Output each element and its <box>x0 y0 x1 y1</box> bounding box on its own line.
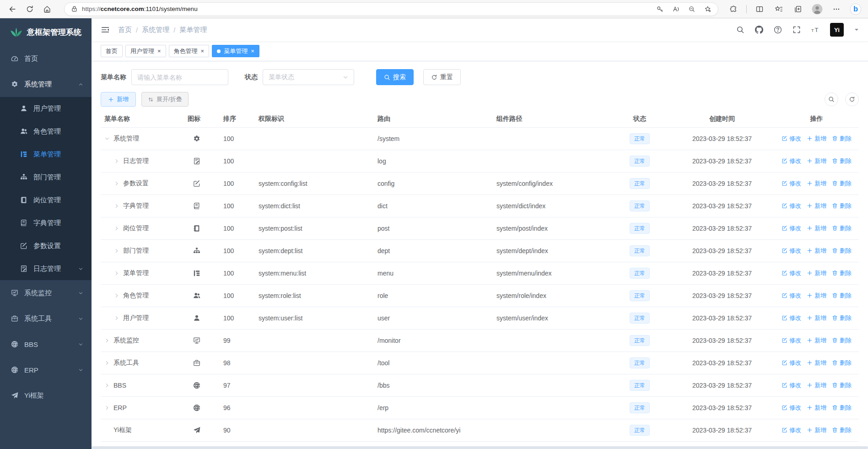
delete-row-button[interactable]: 删除 <box>832 135 852 143</box>
delete-row-button[interactable]: 删除 <box>832 179 852 188</box>
sidebar-item-log[interactable]: 日志管理 <box>0 257 92 280</box>
font-size-icon[interactable]: TT <box>811 26 819 34</box>
show-search-button[interactable] <box>825 92 838 106</box>
settings-menu-icon[interactable] <box>828 2 845 16</box>
breadcrumb-item[interactable]: 菜单管理 <box>179 26 207 34</box>
add-row-button[interactable]: 新增 <box>807 336 826 345</box>
edit-row-button[interactable]: 修改 <box>782 269 801 277</box>
back-icon[interactable] <box>4 2 21 16</box>
add-favorite-star-icon[interactable] <box>704 5 712 13</box>
edit-row-button[interactable]: 修改 <box>782 381 801 389</box>
refresh-table-button[interactable] <box>845 92 859 106</box>
expand-row-icon[interactable] <box>114 248 120 254</box>
expand-row-icon[interactable] <box>104 338 110 343</box>
tab-角色管理[interactable]: 角色管理× <box>169 45 210 57</box>
expand-row-icon[interactable] <box>114 181 120 186</box>
sidebar-item-monitor[interactable]: 系统监控 <box>0 280 92 306</box>
add-row-button[interactable]: 新增 <box>807 202 826 210</box>
expand-row-icon[interactable] <box>114 203 120 209</box>
split-screen-icon[interactable] <box>751 2 768 16</box>
horizontal-scrollbar[interactable] <box>92 446 868 449</box>
sidebar-item-dept[interactable]: 部门管理 <box>0 166 92 189</box>
delete-row-button[interactable]: 删除 <box>832 269 852 277</box>
edit-row-button[interactable]: 修改 <box>782 135 801 143</box>
github-icon[interactable] <box>755 26 763 34</box>
add-row-button[interactable]: 新增 <box>807 247 826 255</box>
tab-菜单管理[interactable]: 菜单管理× <box>212 45 259 57</box>
header-search-icon[interactable] <box>736 26 744 34</box>
breadcrumb-item[interactable]: 首页 <box>118 26 132 34</box>
sidebar-item-erp[interactable]: ERP <box>0 357 92 383</box>
sidebar-item-home[interactable]: 首页 <box>0 46 92 71</box>
bing-icon[interactable]: b <box>847 2 864 16</box>
edit-row-button[interactable]: 修改 <box>782 292 801 300</box>
collapse-row-icon[interactable] <box>104 136 110 141</box>
edit-row-button[interactable]: 修改 <box>782 314 801 322</box>
delete-row-button[interactable]: 删除 <box>832 359 852 367</box>
add-row-button[interactable]: 新增 <box>807 135 826 143</box>
home-icon[interactable] <box>38 2 56 16</box>
reload-icon[interactable] <box>21 2 38 16</box>
delete-row-button[interactable]: 删除 <box>832 336 852 345</box>
avatar-caret-icon[interactable] <box>854 27 859 32</box>
add-button[interactable]: 新增 <box>101 92 136 107</box>
delete-row-button[interactable]: 删除 <box>832 426 852 434</box>
close-tab-icon[interactable]: × <box>157 48 161 54</box>
expand-row-icon[interactable] <box>104 405 110 411</box>
edit-row-button[interactable]: 修改 <box>782 202 801 210</box>
close-tab-icon[interactable]: × <box>251 48 254 54</box>
add-row-button[interactable]: 新增 <box>807 224 826 233</box>
delete-row-button[interactable]: 删除 <box>832 292 852 300</box>
add-row-button[interactable]: 新增 <box>807 292 826 300</box>
extensions-icon[interactable] <box>725 2 742 16</box>
add-row-button[interactable]: 新增 <box>807 404 826 412</box>
search-button[interactable]: 搜索 <box>376 69 414 85</box>
edit-row-button[interactable]: 修改 <box>782 404 801 412</box>
expand-row-icon[interactable] <box>114 226 120 231</box>
add-row-button[interactable]: 新增 <box>807 426 826 434</box>
expand-row-icon[interactable] <box>114 158 120 164</box>
collapse-sidebar-icon[interactable] <box>101 25 110 34</box>
edit-row-button[interactable]: 修改 <box>782 359 801 367</box>
collections-icon[interactable] <box>789 2 807 16</box>
add-row-button[interactable]: 新增 <box>807 381 826 389</box>
tab-首页[interactable]: 首页 <box>101 45 123 57</box>
sidebar-item-dict[interactable]: 字典管理 <box>0 211 92 234</box>
zoom-out-icon[interactable] <box>688 5 695 13</box>
sidebar-item-user[interactable]: 用户管理 <box>0 97 92 120</box>
expand-row-icon[interactable] <box>104 360 110 366</box>
sidebar-item-bbs[interactable]: BBS <box>0 331 92 357</box>
address-bar[interactable]: https://ccnetcore.com:1101/system/menu <box>64 2 718 16</box>
expand-collapse-button[interactable]: 展开/折叠 <box>141 92 189 107</box>
expand-row-icon[interactable] <box>104 383 110 388</box>
breadcrumb-item[interactable]: 系统管理 <box>142 26 169 34</box>
delete-row-button[interactable]: 删除 <box>832 224 852 233</box>
sidebar-item-menu[interactable]: 菜单管理 <box>0 143 92 166</box>
delete-row-button[interactable]: 删除 <box>832 247 852 255</box>
edit-row-button[interactable]: 修改 <box>782 336 801 345</box>
delete-row-button[interactable]: 删除 <box>832 157 852 165</box>
add-row-button[interactable]: 新增 <box>807 269 826 277</box>
delete-row-button[interactable]: 删除 <box>832 202 852 210</box>
edit-row-button[interactable]: 修改 <box>782 247 801 255</box>
profile-avatar[interactable] <box>809 2 826 16</box>
edit-row-button[interactable]: 修改 <box>782 224 801 233</box>
status-select[interactable]: 菜单状态 <box>263 69 354 85</box>
add-row-button[interactable]: 新增 <box>807 157 826 165</box>
reset-button[interactable]: 重置 <box>423 69 461 85</box>
help-icon[interactable] <box>774 26 782 34</box>
tab-用户管理[interactable]: 用户管理× <box>125 45 166 57</box>
sidebar-item-config[interactable]: 参数设置 <box>0 234 92 257</box>
sidebar-item-role[interactable]: 角色管理 <box>0 120 92 143</box>
password-key-icon[interactable] <box>656 5 663 13</box>
add-row-button[interactable]: 新增 <box>807 179 826 188</box>
close-tab-icon[interactable]: × <box>201 48 205 54</box>
sidebar-item-post[interactable]: 岗位管理 <box>0 189 92 211</box>
delete-row-button[interactable]: 删除 <box>832 381 852 389</box>
edit-row-button[interactable]: 修改 <box>782 179 801 188</box>
delete-row-button[interactable]: 删除 <box>832 314 852 322</box>
expand-row-icon[interactable] <box>114 270 120 276</box>
add-row-button[interactable]: 新增 <box>807 359 826 367</box>
add-row-button[interactable]: 新增 <box>807 314 826 322</box>
sidebar-item-system[interactable]: 系统管理 <box>0 71 92 97</box>
